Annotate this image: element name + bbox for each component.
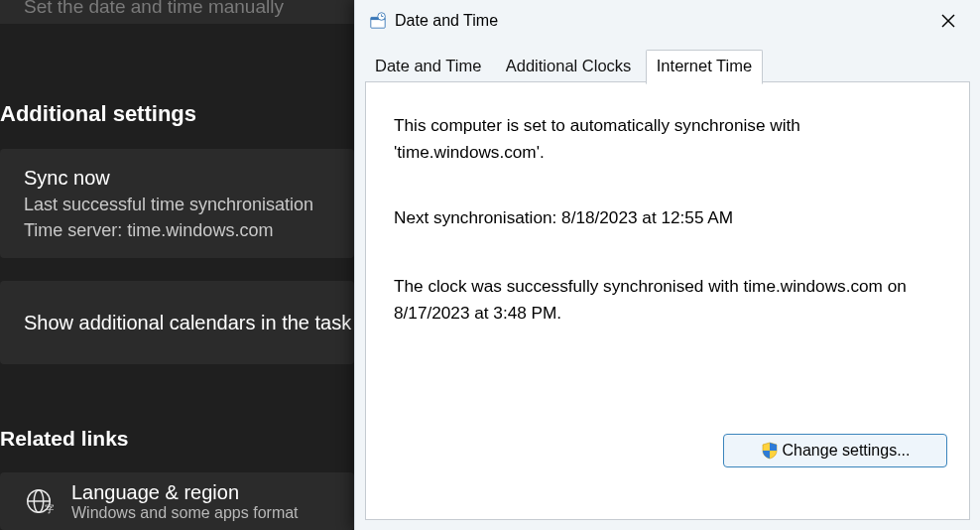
sync-target-text: This computer is set to automatically sy… bbox=[394, 112, 910, 165]
additional-calendars-label: Show additional calendars in the task bbox=[24, 312, 351, 334]
uac-shield-icon bbox=[761, 442, 779, 460]
next-sync-text: Next synchronisation: 8/18/2023 at 12:55… bbox=[394, 204, 941, 231]
dialog-tabs: Date and Time Additional Clocks Internet… bbox=[365, 48, 970, 83]
close-button[interactable] bbox=[924, 3, 972, 39]
globe-language-icon: 字 bbox=[24, 486, 54, 516]
tab-internet-time[interactable]: Internet Time bbox=[646, 50, 763, 84]
tab-date-and-time[interactable]: Date and Time bbox=[365, 51, 491, 83]
last-sync-text: The clock was successfully synchronised … bbox=[394, 273, 941, 326]
settings-row-manual-time[interactable]: Set the date and time manually bbox=[0, 0, 354, 24]
close-icon bbox=[941, 14, 955, 28]
sync-now-server: Time server: time.windows.com bbox=[24, 217, 330, 243]
language-region-subtitle: Windows and some apps format bbox=[71, 504, 299, 522]
svg-text:字: 字 bbox=[45, 503, 54, 514]
sync-now-last: Last successful time synchronisation bbox=[24, 192, 330, 217]
date-time-icon bbox=[369, 12, 387, 30]
heading-additional-settings: Additional settings bbox=[0, 101, 196, 127]
dialog-title: Date and Time bbox=[395, 12, 498, 30]
internet-time-panel: This computer is set to automatically sy… bbox=[365, 81, 970, 520]
heading-related-links: Related links bbox=[0, 427, 129, 451]
sync-now-title: Sync now bbox=[24, 167, 330, 190]
language-region-title: Language & region bbox=[71, 481, 299, 504]
additional-calendars-card[interactable]: Show additional calendars in the task bbox=[0, 281, 354, 364]
sync-now-card[interactable]: Sync now Last successful time synchronis… bbox=[0, 149, 354, 258]
date-and-time-dialog: Date and Time Date and Time Additional C… bbox=[354, 0, 980, 530]
change-settings-label: Change settings... bbox=[783, 442, 911, 460]
dialog-titlebar: Date and Time bbox=[355, 0, 980, 42]
tab-additional-clocks[interactable]: Additional Clocks bbox=[496, 51, 642, 83]
language-region-link[interactable]: 字 Language & region Windows and some app… bbox=[0, 472, 354, 530]
change-settings-button[interactable]: Change settings... bbox=[723, 434, 947, 467]
